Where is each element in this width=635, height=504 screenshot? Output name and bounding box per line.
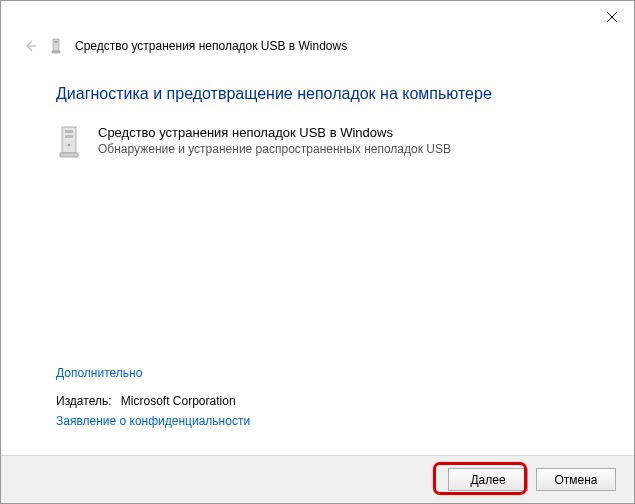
advanced-link[interactable]: Дополнительно bbox=[56, 366, 142, 380]
svg-rect-4 bbox=[52, 51, 60, 53]
item-description: Обнаружение и устранение распространенны… bbox=[98, 142, 451, 156]
title-bar bbox=[1, 1, 634, 33]
troubleshooter-icon bbox=[49, 38, 65, 54]
item-title: Средство устранения неполадок USB в Wind… bbox=[98, 125, 451, 140]
publisher-value: Microsoft Corporation bbox=[121, 394, 236, 408]
content-area: Диагностика и предотвращение неполадок н… bbox=[1, 67, 634, 162]
header-row: Средство устранения неполадок USB в Wind… bbox=[1, 33, 634, 67]
page-heading: Диагностика и предотвращение неполадок н… bbox=[56, 85, 579, 103]
publisher-label: Издатель: bbox=[56, 394, 112, 408]
back-arrow-icon bbox=[22, 38, 38, 54]
next-button[interactable]: Далее bbox=[448, 468, 528, 491]
item-text-block: Средство устранения неполадок USB в Wind… bbox=[98, 125, 451, 156]
publisher-row: Издатель: Microsoft Corporation bbox=[56, 394, 250, 408]
close-icon bbox=[607, 12, 617, 22]
svg-rect-3 bbox=[53, 39, 59, 51]
privacy-link[interactable]: Заявление о конфиденциальности bbox=[56, 414, 250, 428]
footer-bar: Далее Отмена bbox=[1, 455, 634, 503]
troubleshooter-item: Средство устранения неполадок USB в Wind… bbox=[56, 125, 579, 162]
back-button[interactable] bbox=[21, 37, 39, 55]
svg-rect-7 bbox=[60, 153, 78, 157]
svg-rect-9 bbox=[65, 135, 73, 138]
close-button[interactable] bbox=[589, 2, 634, 32]
lower-info-block: Дополнительно Издатель: Microsoft Corpor… bbox=[56, 366, 250, 428]
cancel-button[interactable]: Отмена bbox=[536, 468, 616, 491]
svg-point-10 bbox=[68, 144, 71, 147]
window-title: Средство устранения неполадок USB в Wind… bbox=[75, 39, 347, 53]
computer-tower-icon bbox=[56, 125, 84, 162]
svg-rect-5 bbox=[54, 41, 58, 43]
svg-rect-8 bbox=[65, 130, 73, 133]
